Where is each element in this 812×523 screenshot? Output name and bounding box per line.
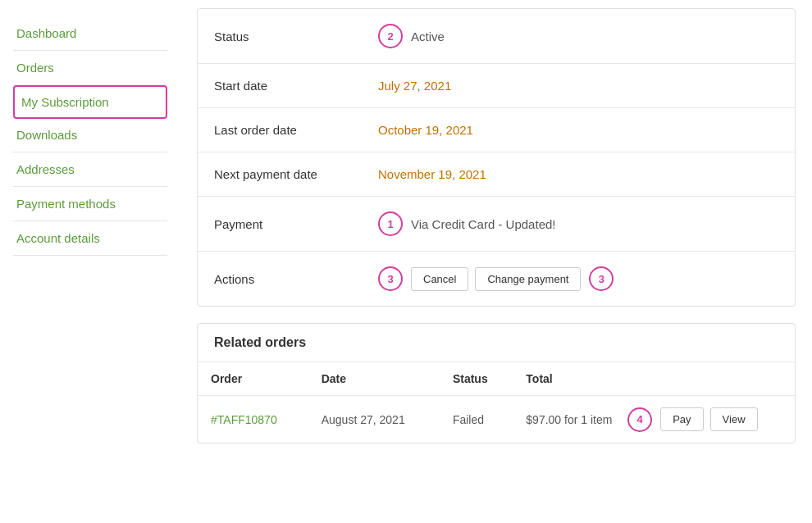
subscription-row-status: Status2Active — [198, 9, 795, 64]
action-btn-change-payment[interactable]: Change payment — [475, 267, 581, 291]
main-content: Status2ActiveStart dateJuly 27, 2021Last… — [180, 0, 812, 523]
value-text-next-payment-date: November 19, 2021 — [378, 167, 486, 181]
order-date: August 27, 2021 — [308, 396, 440, 443]
order-action-buttons: 4PayView — [660, 407, 782, 431]
col-header-actions — [647, 362, 795, 396]
value-text-start-date: July 27, 2021 — [378, 79, 451, 93]
row-value-last-order-date: October 19, 2021 — [378, 123, 473, 137]
action-btn-cancel[interactable]: Cancel — [411, 267, 468, 291]
order-badge: 4 — [627, 407, 652, 432]
order-number-link[interactable]: #TAFF10870 — [211, 413, 277, 426]
subscription-row-last-order-date: Last order dateOctober 19, 2021 — [198, 108, 795, 152]
row-label-payment: Payment — [214, 217, 378, 231]
row-label-status: Status — [214, 30, 378, 43]
order-status: Failed — [440, 396, 513, 443]
related-orders-section: Related ordersOrderDateStatusTotal#TAFF1… — [197, 323, 796, 443]
row-label-actions: Actions — [214, 272, 378, 286]
sidebar-item-addresses[interactable]: Addresses — [13, 152, 167, 187]
row-value-payment: 1Via Credit Card - Updated! — [378, 211, 555, 236]
subscription-row-next-payment-date: Next payment dateNovember 19, 2021 — [198, 152, 795, 197]
sidebar-item-downloads[interactable]: Downloads — [13, 118, 167, 152]
sidebar-item-account-details[interactable]: Account details — [13, 221, 167, 256]
row-value-status: 2Active — [378, 24, 445, 48]
col-header-order: Order — [198, 362, 308, 396]
row-label-last-order-date: Last order date — [214, 123, 378, 137]
col-header-total: Total — [513, 362, 647, 396]
order-row: #TAFF10870August 27, 2021Failed$97.00 fo… — [198, 396, 795, 443]
subscription-row-actions: Actions3CancelChange payment3 — [198, 252, 795, 306]
value-text-last-order-date: October 19, 2021 — [378, 123, 473, 137]
badge-actions-extra: 3 — [589, 266, 614, 291]
row-value-actions: 3CancelChange payment3 — [378, 266, 614, 291]
subscription-row-payment: Payment1Via Credit Card - Updated! — [198, 197, 795, 252]
value-text-status: Active — [411, 30, 445, 43]
order-btn-pay[interactable]: Pay — [660, 407, 703, 431]
actions-container: CancelChange payment — [411, 267, 581, 291]
badge-actions: 3 — [378, 266, 403, 291]
sidebar: DashboardOrdersMy SubscriptionDownloadsA… — [0, 0, 180, 523]
sidebar-item-orders[interactable]: Orders — [13, 51, 167, 85]
sidebar-item-payment-methods[interactable]: Payment methods — [13, 187, 167, 221]
row-label-next-payment-date: Next payment date — [214, 167, 378, 181]
subscription-row-start-date: Start dateJuly 27, 2021 — [198, 64, 795, 108]
related-orders-title: Related orders — [198, 324, 795, 362]
subscription-table: Status2ActiveStart dateJuly 27, 2021Last… — [197, 8, 796, 307]
order-actions: 4PayView — [647, 396, 795, 443]
row-label-start-date: Start date — [214, 79, 378, 93]
orders-table: OrderDateStatusTotal#TAFF10870August 27,… — [198, 362, 795, 443]
value-text-payment: Via Credit Card - Updated! — [411, 217, 555, 231]
row-value-start-date: July 27, 2021 — [378, 79, 451, 93]
sidebar-item-dashboard[interactable]: Dashboard — [13, 16, 167, 51]
sidebar-item-my-subscription[interactable]: My Subscription — [13, 85, 167, 119]
row-value-next-payment-date: November 19, 2021 — [378, 167, 486, 181]
badge-status: 2 — [378, 24, 403, 48]
badge-payment: 1 — [378, 211, 403, 236]
order-btn-view[interactable]: View — [710, 407, 758, 431]
col-header-status: Status — [440, 362, 513, 396]
col-header-date: Date — [308, 362, 440, 396]
